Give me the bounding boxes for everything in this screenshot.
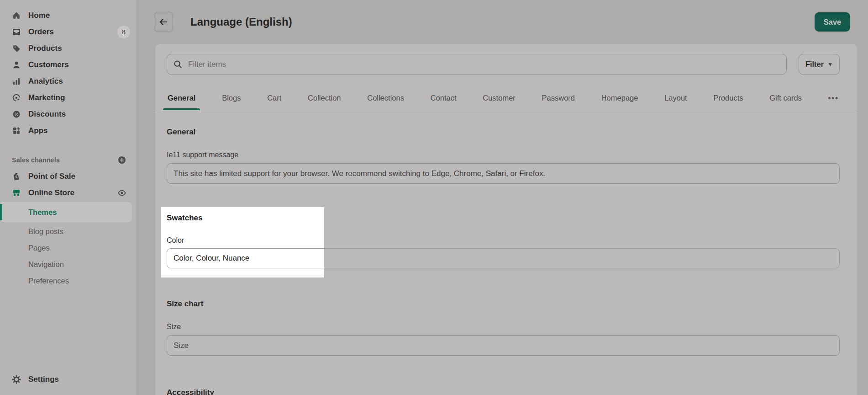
tab-cart[interactable]: Cart (266, 94, 282, 110)
section-accessibility: Accessibility (155, 388, 857, 395)
sidebar-item-discounts[interactable]: Discounts (0, 106, 137, 123)
size-input[interactable] (167, 335, 840, 356)
tab-blogs[interactable]: Blogs (221, 94, 242, 110)
ie11-support-message-input[interactable] (167, 163, 840, 184)
tab-more[interactable]: ••• (827, 94, 840, 110)
tab-customer[interactable]: Customer (482, 94, 516, 110)
home-icon (12, 11, 21, 20)
tab-layout[interactable]: Layout (663, 94, 688, 110)
selected-indicator (0, 204, 2, 220)
back-arrow-icon (158, 17, 168, 27)
sidebar-item-blog-posts[interactable]: Blog posts (0, 223, 137, 240)
color-label: Color (167, 236, 840, 245)
section-size-chart: Size chart Size (155, 299, 857, 356)
sidebar-item-settings[interactable]: Settings (0, 371, 137, 388)
sidebar-item-customers[interactable]: Customers (0, 57, 137, 73)
filter-button[interactable]: Filter ▼ (799, 54, 840, 75)
tab-general[interactable]: General (167, 94, 196, 110)
sidebar-item-themes[interactable]: Themes (0, 202, 132, 222)
tab-products[interactable]: Products (712, 94, 744, 110)
add-channel-icon[interactable] (117, 155, 126, 165)
tag-icon (12, 44, 21, 53)
tabs-bar: General Blogs Cart Collection Collection… (155, 94, 857, 110)
search-field-wrap (167, 54, 787, 75)
main-content: Language (English) Save Filter ▼ General… (137, 0, 868, 395)
sidebar-item-pages[interactable]: Pages (0, 240, 137, 256)
back-button[interactable] (154, 12, 173, 32)
general-heading: General (167, 128, 840, 137)
marketing-target-icon (12, 93, 21, 102)
bar-chart-icon (12, 77, 21, 86)
sidebar-item-products[interactable]: Products (0, 40, 137, 57)
sidebar-item-analytics[interactable]: Analytics (0, 73, 137, 90)
section-swatches: Swatches Color (155, 207, 857, 268)
sidebar-item-marketing[interactable]: Marketing (0, 90, 137, 106)
tab-collections[interactable]: Collections (366, 94, 405, 110)
page-title: Language (English) (190, 16, 815, 28)
sidebar: Home Orders 8 Products Customers Analyti… (0, 0, 137, 395)
chevron-down-icon: ▼ (827, 61, 833, 68)
point-of-sale-icon (12, 172, 21, 181)
ie11-support-message-label: Ie11 support message (167, 151, 840, 159)
tab-gift-cards[interactable]: Gift cards (768, 94, 803, 110)
section-general: General Ie11 support message (155, 128, 857, 184)
toolbar: Filter ▼ (155, 44, 857, 75)
sidebar-item-orders[interactable]: Orders 8 (0, 24, 137, 40)
sidebar-item-point-of-sale[interactable]: Point of Sale (0, 168, 137, 185)
sidebar-item-online-store[interactable]: Online Store (0, 185, 137, 201)
content-card: Filter ▼ General Blogs Cart Collection C… (155, 44, 857, 395)
search-icon (173, 59, 183, 69)
sales-channels-header: Sales channels (0, 152, 137, 168)
tab-homepage[interactable]: Homepage (600, 94, 639, 110)
sidebar-item-navigation[interactable]: Navigation (0, 256, 137, 272)
tab-password[interactable]: Password (541, 94, 576, 110)
save-button[interactable]: Save (815, 12, 850, 32)
discount-badge-icon (12, 110, 21, 119)
swatches-heading: Swatches (167, 214, 840, 223)
tab-collection[interactable]: Collection (307, 94, 342, 110)
eye-icon[interactable] (117, 188, 126, 198)
gear-icon (12, 375, 21, 384)
page-header: Language (English) Save (137, 0, 868, 44)
orders-count-badge: 8 (117, 26, 130, 38)
sidebar-item-home[interactable]: Home (0, 7, 137, 24)
filter-items-input[interactable] (167, 54, 787, 75)
person-icon (12, 60, 21, 69)
sidebar-item-preferences[interactable]: Preferences (0, 272, 137, 289)
tab-contact[interactable]: Contact (430, 94, 458, 110)
online-store-icon (12, 188, 21, 198)
orders-icon (12, 27, 21, 37)
size-label: Size (167, 323, 840, 331)
size-chart-heading: Size chart (167, 299, 840, 309)
sidebar-item-apps[interactable]: Apps (0, 123, 137, 139)
accessibility-heading: Accessibility (167, 388, 840, 395)
color-input[interactable] (167, 248, 840, 268)
apps-grid-icon (12, 126, 21, 135)
